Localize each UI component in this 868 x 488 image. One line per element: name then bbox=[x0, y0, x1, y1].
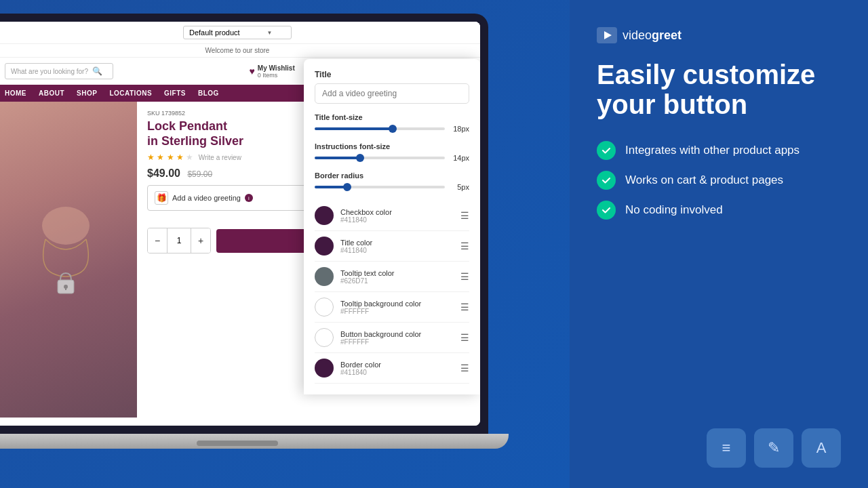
nav-item-gifts[interactable]: GIFTS bbox=[164, 89, 186, 97]
feature-text-f2: Works on cart & product pages bbox=[625, 174, 783, 187]
color-row-tooltip-bg[interactable]: Tooltip background color #FFFFFF ☰ bbox=[315, 292, 469, 323]
color-hex-button-bg: #FFFFFF bbox=[340, 338, 421, 346]
logo-bold: greet bbox=[652, 28, 682, 42]
sliders-icon[interactable]: ≡ bbox=[707, 428, 746, 468]
price-original: $59.00 bbox=[187, 169, 212, 179]
star-5: ★ bbox=[186, 152, 193, 162]
quantity-control[interactable]: − + bbox=[147, 228, 211, 253]
logo-text: videogreet bbox=[623, 28, 682, 43]
dropdown-arrow-icon: ▼ bbox=[267, 30, 273, 36]
color-row-checkbox[interactable]: Checkbox color #411840 ☰ bbox=[315, 201, 469, 231]
color-info-tooltip-bg: Tooltip background color #FFFFFF bbox=[340, 300, 421, 315]
color-row-border[interactable]: Border color #411840 ☰ bbox=[315, 353, 469, 384]
nav-item-blog[interactable]: BLOG bbox=[198, 89, 219, 97]
check-icon-f3 bbox=[597, 201, 616, 220]
feature-item-f2: Works on cart & product pages bbox=[597, 171, 841, 190]
border-radius-slider-row: 5px bbox=[315, 183, 469, 191]
panel-title-input[interactable] bbox=[315, 83, 469, 104]
color-name-checkbox: Checkbox color bbox=[340, 208, 392, 216]
color-left-tooltip-bg: Tooltip background color #FFFFFF bbox=[315, 298, 421, 317]
review-link[interactable]: Write a review bbox=[199, 154, 241, 161]
bottom-icons: ≡✎A bbox=[597, 428, 841, 468]
title-fontsize-value: 18px bbox=[450, 125, 469, 133]
color-hex-tooltip-text: #626D71 bbox=[340, 277, 394, 285]
nav-item-locations[interactable]: LOCATIONS bbox=[109, 89, 152, 97]
color-swatch-button-bg[interactable] bbox=[315, 328, 334, 347]
color-left-tooltip-text: Tooltip text color #626D71 bbox=[315, 267, 394, 286]
border-radius-track[interactable] bbox=[315, 186, 445, 188]
color-swatch-tooltip-bg[interactable] bbox=[315, 298, 334, 317]
nav-item-home[interactable]: HOME bbox=[5, 89, 26, 97]
color-info-title: Title color #411840 bbox=[340, 239, 372, 254]
sort-icon-tooltip-text[interactable]: ☰ bbox=[460, 271, 469, 282]
text-icon[interactable]: A bbox=[802, 428, 841, 468]
logo-light: video bbox=[623, 28, 652, 42]
greeting-left: 🎁 Add a video greeting i bbox=[155, 191, 253, 205]
star-1: ★ bbox=[147, 152, 155, 162]
laptop-base bbox=[0, 434, 509, 449]
color-swatch-tooltip-text[interactable] bbox=[315, 267, 334, 286]
color-name-tooltip-bg: Tooltip background color bbox=[340, 300, 421, 308]
search-icon[interactable]: 🔍 bbox=[92, 66, 102, 76]
product-image bbox=[0, 102, 137, 418]
edit-icon[interactable]: ✎ bbox=[754, 428, 793, 468]
color-hex-checkbox: #411840 bbox=[340, 216, 392, 224]
store-topbar: Default product ▼ bbox=[0, 22, 480, 44]
feature-item-f1: Integrates with other product apps bbox=[597, 141, 841, 160]
instructions-fontsize-track[interactable] bbox=[315, 157, 445, 159]
color-row-button-bg[interactable]: Button background color #FFFFFF ☰ bbox=[315, 323, 469, 353]
instructions-fontsize-slider-row: 14px bbox=[315, 154, 469, 162]
instructions-fontsize-thumb[interactable] bbox=[356, 154, 364, 162]
title-fontsize-section: Title font-size 18px bbox=[315, 113, 469, 133]
wishlist-label: My Wishlist bbox=[258, 64, 295, 72]
border-radius-fill bbox=[315, 186, 347, 188]
wishlist-widget[interactable]: ♥ My Wishlist 0 Items bbox=[250, 64, 295, 79]
sort-icon-tooltip-bg[interactable]: ☰ bbox=[460, 302, 469, 312]
title-fontsize-fill bbox=[315, 127, 393, 130]
border-radius-thumb[interactable] bbox=[343, 183, 351, 191]
color-left-title: Title color #411840 bbox=[315, 237, 372, 256]
sort-icon-border[interactable]: ☰ bbox=[460, 363, 469, 373]
headline-line1: Easily customize bbox=[597, 60, 815, 89]
qty-decrease-button[interactable]: − bbox=[148, 228, 167, 253]
color-row-tooltip-text[interactable]: Tooltip text color #626D71 ☰ bbox=[315, 262, 469, 292]
main-headline: Easily customize your button bbox=[597, 60, 841, 119]
nav-item-about[interactable]: ABOUT bbox=[39, 89, 64, 97]
color-swatch-checkbox[interactable] bbox=[315, 206, 334, 225]
border-radius-section: Border radius 5px bbox=[315, 171, 469, 191]
check-icon-f1 bbox=[597, 141, 616, 160]
product-dropdown[interactable]: Default product ▼ bbox=[183, 26, 292, 39]
star-4: ★ bbox=[176, 152, 184, 162]
color-left-checkbox: Checkbox color #411840 bbox=[315, 206, 392, 225]
laptop-screen-outer: Default product ▼ Welcome to our store W… bbox=[0, 14, 488, 434]
nav-item-shop[interactable]: SHOP bbox=[77, 89, 97, 97]
qty-increase-button[interactable]: + bbox=[191, 228, 210, 253]
sort-icon-title[interactable]: ☰ bbox=[460, 241, 469, 251]
star-2: ★ bbox=[157, 152, 164, 162]
border-radius-label: Border radius bbox=[315, 171, 469, 180]
price-current: $49.00 bbox=[147, 167, 180, 179]
laptop-screen-inner: Default product ▼ Welcome to our store W… bbox=[0, 22, 480, 426]
instructions-fontsize-section: Instructions font-size 14px bbox=[315, 142, 469, 162]
feature-text-f1: Integrates with other product apps bbox=[625, 144, 800, 157]
info-icon[interactable]: i bbox=[245, 194, 253, 202]
color-swatch-border[interactable] bbox=[315, 359, 334, 378]
check-icon-f2 bbox=[597, 171, 616, 190]
heart-icon: ♥ bbox=[250, 66, 255, 77]
title-fontsize-thumb[interactable] bbox=[389, 125, 397, 133]
wishlist-count: 0 Items bbox=[258, 72, 295, 79]
color-row-title[interactable]: Title color #411840 ☰ bbox=[315, 231, 469, 262]
search-placeholder-text: What are you looking for? bbox=[11, 68, 88, 75]
color-info-border: Border color #411840 bbox=[340, 361, 381, 376]
color-swatch-title[interactable] bbox=[315, 237, 334, 256]
color-name-border: Border color bbox=[340, 361, 381, 369]
search-bar[interactable]: What are you looking for? 🔍 bbox=[5, 63, 113, 79]
sort-icon-button-bg[interactable]: ☰ bbox=[460, 332, 469, 343]
product-photo bbox=[0, 102, 137, 418]
feature-list: Integrates with other product apps Works… bbox=[597, 141, 841, 220]
qty-input[interactable] bbox=[167, 228, 191, 253]
brand-logo: videogreet bbox=[597, 27, 841, 43]
color-left-button-bg: Button background color #FFFFFF bbox=[315, 328, 421, 347]
title-fontsize-track[interactable] bbox=[315, 127, 445, 130]
sort-icon-checkbox[interactable]: ☰ bbox=[460, 210, 469, 221]
